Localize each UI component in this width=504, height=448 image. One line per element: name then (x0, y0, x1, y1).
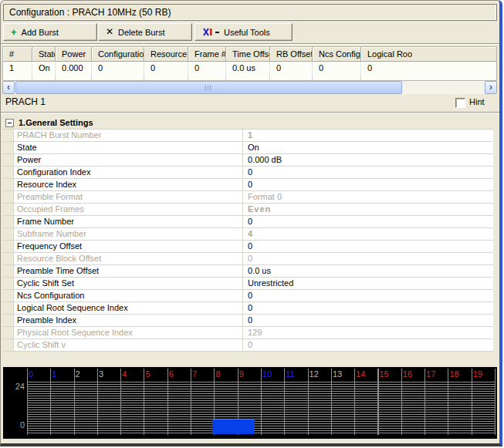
setting-value[interactable]: 0.0 us (243, 265, 493, 277)
burst-table-header-row: #StatePowerConfiguration #Resource #Fram… (3, 47, 496, 62)
scrollbar-grip-icon (205, 85, 212, 91)
table-empty-cell (188, 75, 226, 81)
delete-burst-label: Delete Burst (118, 28, 165, 37)
setting-row: PRACH Burst Number1 (2, 130, 493, 142)
collapse-icon[interactable] (5, 119, 14, 127)
scroll-right-button[interactable]: › (485, 81, 497, 94)
row-gutter (2, 265, 14, 277)
row-gutter (2, 278, 14, 289)
resource-grid-panel: 24 0 0123456789101112131415161718192 (3, 367, 497, 439)
table-empty-cell (56, 75, 92, 81)
subframe-label: 4 (122, 369, 127, 379)
setting-row: Cyclic Shift v0 (2, 339, 493, 352)
row-gutter (2, 290, 14, 301)
subframe-label: 10 (262, 369, 272, 379)
setting-row: Occupied FramesEven (2, 204, 493, 216)
table-empty-cell (32, 75, 56, 81)
setting-row: Cyclic Shift SetUnrestricted (2, 278, 493, 290)
column-header[interactable]: Frame # (188, 47, 226, 62)
table-cell: 0 (144, 62, 188, 75)
subframe-label: 0 (29, 369, 33, 379)
setting-value[interactable]: 0 (243, 216, 493, 227)
setting-value[interactable]: 0 (243, 167, 493, 178)
window-content: Configuration : PRACH 10MHz (50 RB) + Ad… (1, 1, 499, 443)
plus-icon: + (11, 28, 17, 36)
column-header[interactable]: Power (56, 47, 92, 62)
setting-value: 129 (243, 327, 493, 339)
setting-label: Subframe Number (14, 228, 243, 240)
subframe-label: 17 (426, 369, 435, 379)
table-cell: 0 (270, 62, 313, 75)
table-empty-cell (3, 75, 32, 81)
useful-tools-button[interactable]: Useful Tools (194, 23, 293, 41)
burst-table: #StatePowerConfiguration #Resource #Fram… (2, 46, 497, 81)
setting-label: Configuration Index (14, 167, 243, 178)
subframe-label: 3 (99, 369, 103, 379)
table-empty-cell (92, 75, 144, 81)
horizontal-scrollbar[interactable]: ‹ › (2, 81, 497, 94)
toolbar-separator (1, 43, 499, 45)
column-header[interactable]: Time Offset (226, 47, 270, 62)
setting-value: 0 (243, 253, 493, 264)
column-header[interactable]: Ncs Config. (313, 47, 361, 62)
column-header[interactable]: Logical Roo (361, 47, 497, 62)
delete-burst-button[interactable]: ✕ Delete Burst (98, 23, 192, 41)
setting-row: Logical Root Sequence Index0 (2, 302, 493, 315)
setting-row: Frequency Offset0 (2, 241, 493, 253)
column-header[interactable]: Configuration # (92, 47, 144, 62)
table-empty-cell (270, 75, 313, 81)
table-row[interactable]: 1On0.0000000.0 us000 (3, 62, 496, 75)
configuration-window: Configuration : PRACH 10MHz (50 RB) + Ad… (0, 0, 504, 448)
row-gutter (2, 130, 14, 141)
setting-label: State (14, 142, 243, 153)
setting-value[interactable]: On (243, 142, 493, 153)
add-burst-button[interactable]: + Add Burst (3, 23, 97, 41)
table-cell: 0 (92, 62, 144, 75)
row-gutter (2, 302, 14, 314)
subframe-label: 12 (310, 369, 319, 379)
setting-value[interactable]: 0 (243, 179, 493, 190)
useful-tools-label: Useful Tools (224, 28, 270, 37)
setting-value: 0 (243, 339, 493, 351)
setting-value[interactable]: 0 (243, 315, 493, 326)
subframe-label: 16 (403, 369, 412, 379)
table-cell: 0 (361, 62, 497, 75)
column-header[interactable]: # (3, 47, 32, 62)
column-header[interactable]: RB Offset (270, 47, 313, 62)
prach-burst-block (212, 419, 255, 434)
column-header[interactable]: State (32, 47, 56, 62)
y-axis-top-label: 24 (9, 382, 25, 391)
subframe-label: 1 (52, 369, 56, 379)
scrollbar-thumb[interactable] (15, 81, 402, 94)
subframe-label: 14 (356, 369, 365, 379)
setting-row: Preamble FormatFormat 0 (2, 191, 493, 204)
resource-grid-plot: 0123456789101112131415161718192 (27, 369, 496, 436)
subframe-label: 6 (169, 369, 174, 379)
setting-label: Cyclic Shift v (14, 339, 243, 351)
row-gutter (2, 179, 14, 190)
setting-value[interactable]: 0 (243, 302, 493, 314)
setting-label: PRACH Burst Number (14, 130, 243, 141)
table-cell: 0 (188, 62, 226, 75)
setting-value[interactable]: 0 (243, 290, 493, 301)
row-gutter (2, 191, 14, 203)
settings-group-title: 1.General Settings (19, 118, 93, 127)
setting-value[interactable]: Unrestricted (243, 278, 493, 289)
setting-row: Subframe Number4 (2, 228, 493, 241)
row-gutter (2, 327, 14, 339)
setting-value[interactable]: 0.000 dB (243, 154, 493, 166)
setting-label: Ncs Configuration (14, 290, 243, 301)
setting-value[interactable]: 0 (243, 241, 493, 252)
row-gutter (2, 339, 14, 351)
row-gutter (2, 241, 14, 252)
setting-label: Resource Block Offset (14, 253, 243, 264)
setting-row: Resource Index0 (2, 179, 493, 191)
setting-label: Power (14, 154, 243, 166)
setting-row: Frame Number0 (2, 216, 493, 228)
column-header[interactable]: Resource # (144, 47, 188, 62)
scroll-left-button[interactable]: ‹ (2, 81, 15, 94)
hint-checkbox[interactable] (455, 98, 465, 108)
table-empty-row (3, 75, 496, 81)
row-gutter (2, 154, 14, 166)
setting-value: Format 0 (243, 191, 493, 203)
